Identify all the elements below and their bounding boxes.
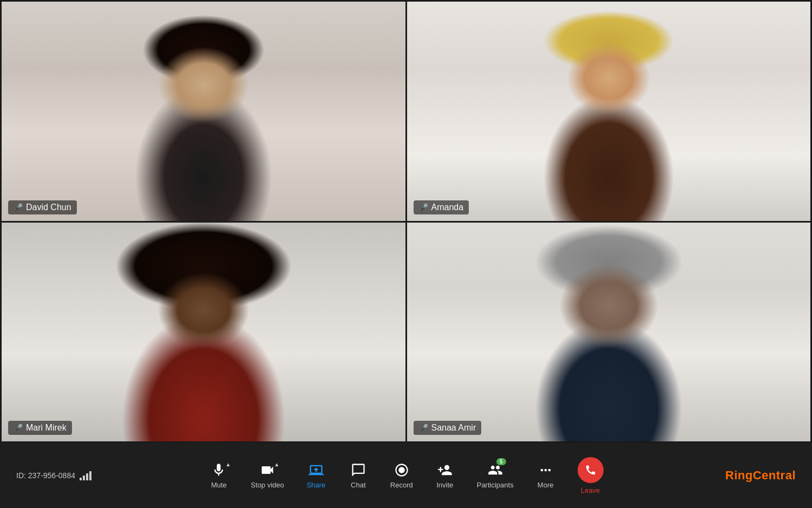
record-circle-svg <box>394 463 409 478</box>
video-camera-svg <box>260 463 275 478</box>
name-badge-amanda: 🎤 Amanda <box>414 200 469 214</box>
phone-down-svg <box>585 464 597 476</box>
phone-down-icon <box>578 457 604 483</box>
three-dots-icon <box>538 463 553 478</box>
name-badge-mari-mirek: 🎤 Mari Mirek <box>8 421 72 435</box>
name-badge-david-chun: 🎤 David Chun <box>8 200 77 214</box>
participants-count: 5 <box>496 458 506 465</box>
video-grid: 🎤 David Chun 🎤 Amanda 🎤 Mari Mirek 🎤 San… <box>0 0 812 443</box>
signal-bar-1 <box>80 478 82 480</box>
logo-central: Central <box>753 468 796 482</box>
participant-name-david-chun: David Chun <box>26 203 71 212</box>
leave-button[interactable]: Leave <box>569 453 612 499</box>
leave-label: Leave <box>581 486 600 494</box>
participant-name-mari-mirek: Mari Mirek <box>26 423 67 433</box>
invite-label: Invite <box>436 481 453 489</box>
record-button[interactable]: Record <box>382 458 422 493</box>
stop-video-label: Stop video <box>251 481 284 489</box>
share-screen-svg <box>309 463 324 478</box>
mute-label: Mute <box>211 481 227 489</box>
record-label: Record <box>390 481 413 489</box>
participant-name-amanda: Amanda <box>431 203 464 212</box>
people-icon: 5 <box>488 463 503 478</box>
video-chevron: ▲ <box>274 461 279 467</box>
signal-strength <box>80 471 91 480</box>
chat-button[interactable]: Chat <box>339 458 377 493</box>
mic-icon-david-chun: 🎤 <box>14 203 23 212</box>
share-button[interactable]: Share <box>297 458 335 493</box>
meeting-id: ID: 237-956-0884 <box>16 471 75 480</box>
mic-icon-amanda: 🎤 <box>419 203 428 212</box>
signal-bar-4 <box>89 471 91 480</box>
participant-name-sanaa-amir: Sanaa Amir <box>431 423 476 433</box>
chat-bubble-svg <box>351 463 366 478</box>
more-label: More <box>538 481 554 489</box>
mic-icon-mari-mirek: 🎤 <box>14 424 23 432</box>
video-cell-sanaa-amir: 🎤 Sanaa Amir <box>407 223 811 442</box>
mic-icon-sanaa-amir: 🎤 <box>419 424 428 432</box>
record-circle-icon <box>394 463 409 478</box>
invite-button[interactable]: Invite <box>426 458 464 493</box>
signal-bar-3 <box>86 473 88 480</box>
toolbar-left: ID: 237-956-0884 <box>16 471 125 480</box>
signal-bar-2 <box>83 476 85 480</box>
toolbar-right: RingCentral <box>687 468 796 483</box>
person-plus-svg <box>437 463 453 478</box>
microphone-svg <box>211 463 226 478</box>
microphone-icon: ▲ <box>211 463 226 478</box>
logo-ring: Ring <box>725 468 753 482</box>
toolbar-center: ▲ Mute ▲ Stop video Share <box>200 453 612 499</box>
share-screen-icon <box>309 463 324 478</box>
video-cell-mari-mirek: 🎤 Mari Mirek <box>2 223 405 442</box>
stop-video-button[interactable]: ▲ Stop video <box>242 458 292 493</box>
video-camera-icon: ▲ <box>260 463 275 478</box>
ringcentral-logo: RingCentral <box>725 468 796 483</box>
chat-bubble-icon <box>351 463 366 478</box>
person-plus-icon <box>437 463 453 478</box>
share-label: Share <box>306 481 325 489</box>
more-button[interactable]: More <box>527 458 565 493</box>
svg-point-0 <box>398 467 405 473</box>
participants-button[interactable]: 5 Participants <box>468 458 522 493</box>
participants-label: Participants <box>477 481 514 489</box>
video-cell-david-chun: 🎤 David Chun <box>2 2 405 221</box>
name-badge-sanaa-amir: 🎤 Sanaa Amir <box>414 421 482 435</box>
mute-button[interactable]: ▲ Mute <box>200 458 238 493</box>
chat-label: Chat <box>351 481 365 489</box>
three-dots-svg <box>538 463 553 478</box>
toolbar: ID: 237-956-0884 ▲ Mute <box>0 443 812 508</box>
mute-chevron: ▲ <box>225 461 231 467</box>
video-cell-amanda: 🎤 Amanda <box>407 2 811 221</box>
